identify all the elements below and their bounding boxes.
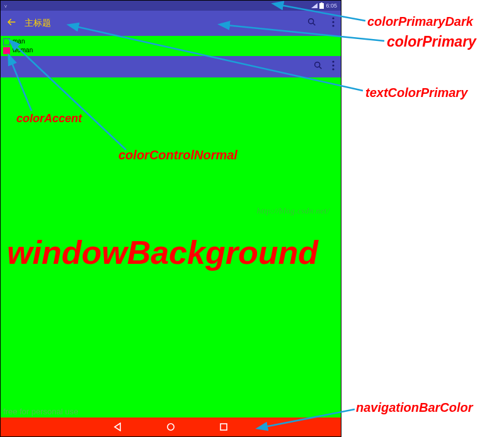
svg-rect-16	[220, 424, 227, 430]
app-bar-title: 主标题	[25, 18, 51, 29]
nav-home-icon[interactable]	[166, 423, 175, 431]
svg-point-12	[332, 64, 334, 66]
status-right: 6:05	[311, 3, 337, 9]
svg-point-11	[332, 60, 334, 62]
svg-rect-1	[319, 3, 324, 9]
checkbox-area: man woman	[1, 36, 341, 56]
anno-color-accent: colorAccent	[16, 112, 82, 125]
checkbox-label: woman	[13, 46, 33, 55]
phone-frame: v 6:05 主标题 man woman	[0, 0, 341, 437]
status-bar: v 6:05	[1, 1, 341, 11]
svg-point-7	[332, 21, 334, 23]
anno-text-color-primary: textColorPrimary	[365, 86, 467, 100]
anno-color-primary: colorPrimary	[387, 33, 476, 50]
svg-point-4	[309, 19, 314, 24]
svg-point-6	[332, 17, 334, 19]
checkbox-label: man	[13, 37, 25, 46]
back-icon[interactable]	[7, 17, 17, 30]
footer-note: free for personal use	[3, 407, 78, 416]
battery-icon	[319, 3, 324, 9]
nav-back-icon[interactable]	[113, 423, 122, 431]
checkbox-man[interactable]: man	[3, 37, 338, 46]
svg-point-8	[332, 25, 334, 26]
window-background-label: windowBackground	[7, 234, 318, 271]
search-icon[interactable]	[307, 17, 317, 30]
svg-point-9	[315, 62, 320, 67]
app-bar: 主标题	[1, 11, 341, 36]
clock-label: 6:05	[326, 3, 337, 9]
anno-navigation-bar-color: navigationBarColor	[356, 400, 473, 415]
checkbox-icon[interactable]	[3, 47, 10, 54]
anno-color-primary-dark: colorPrimaryDark	[367, 14, 473, 29]
svg-line-5	[313, 23, 316, 26]
svg-rect-2	[321, 3, 323, 3]
svg-point-13	[332, 68, 334, 70]
nav-recent-icon[interactable]	[219, 423, 228, 431]
svg-marker-0	[311, 3, 318, 8]
window-background: http://blog.csdn.net/ windowBackground f…	[1, 77, 341, 417]
svg-marker-14	[115, 423, 120, 431]
checkbox-woman[interactable]: woman	[3, 46, 338, 55]
overflow-icon[interactable]	[332, 60, 335, 73]
navigation-bar	[1, 417, 341, 436]
watermark-text: http://blog.csdn.net/	[257, 206, 329, 216]
svg-line-10	[319, 67, 322, 69]
overflow-icon[interactable]	[332, 17, 335, 30]
svg-point-15	[168, 424, 174, 430]
signal-icon	[311, 3, 318, 8]
status-left-icon: v	[4, 3, 7, 9]
anno-color-control-normal: colorControlNormal	[118, 148, 238, 162]
secondary-bar	[1, 56, 341, 77]
checkbox-icon[interactable]	[3, 38, 10, 45]
search-icon[interactable]	[313, 60, 323, 73]
